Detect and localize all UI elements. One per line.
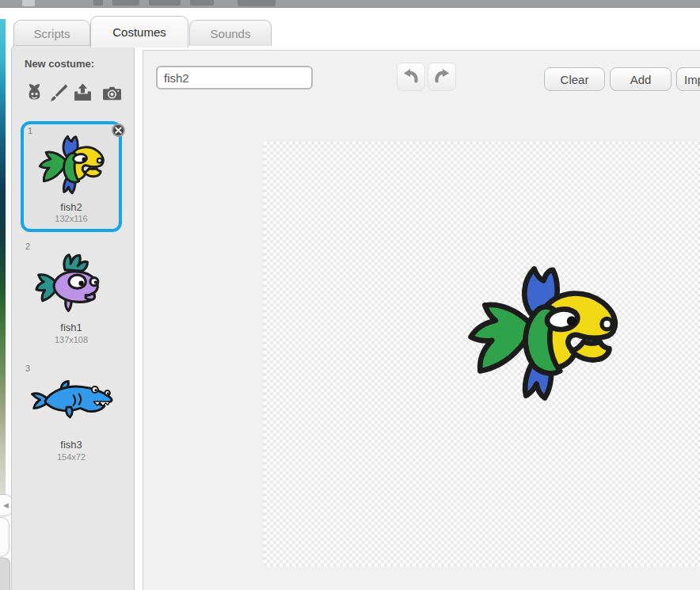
- tab-scripts[interactable]: Scripts: [13, 20, 90, 46]
- library-sprite-icon: [25, 83, 44, 103]
- tab-sounds[interactable]: Sounds: [189, 20, 272, 46]
- costume-thumbnail-fish3: [29, 379, 116, 421]
- toolbar-icon-fragment: [93, 0, 103, 6]
- close-icon: [115, 127, 122, 134]
- add-button[interactable]: Add: [610, 67, 671, 91]
- costume-name-input[interactable]: [156, 66, 313, 89]
- paintbrush-icon: [49, 83, 69, 103]
- costume-name: fish1: [21, 322, 122, 333]
- toolbar-icon-fragment: [190, 0, 214, 6]
- delete-costume-button[interactable]: [112, 124, 125, 137]
- canvas-costume-image-fish2[interactable]: [465, 265, 620, 402]
- costume-name: fish3: [21, 439, 122, 451]
- new-costume-heading: New costume:: [25, 58, 94, 70]
- costume-size: 137x108: [21, 335, 122, 344]
- costume-thumbnail-fish1: [32, 253, 109, 314]
- import-button-label: Imp: [684, 73, 700, 86]
- costume-item-fish2[interactable]: 1 fish2 132x116: [21, 121, 122, 232]
- camera-icon: [102, 83, 122, 103]
- costume-thumbnail-fish2: [37, 135, 105, 195]
- undo-arrow-icon: [402, 68, 420, 86]
- tab-sounds-label: Sounds: [211, 27, 251, 40]
- clear-button[interactable]: Clear: [544, 67, 605, 91]
- partial-panel-corner: [0, 517, 10, 557]
- upload-icon: [73, 83, 93, 103]
- toolbar-icon-fragment: [22, 0, 35, 6]
- costume-index: 3: [25, 364, 30, 373]
- costume-from-library-button[interactable]: [25, 83, 44, 103]
- tab-costumes[interactable]: Costumes: [90, 16, 188, 48]
- clear-button-label: Clear: [561, 73, 589, 86]
- toolbar-icon-fragment: [149, 0, 181, 6]
- costume-size: 132x116: [21, 214, 122, 223]
- toolbar-icon-fragment: [238, 0, 276, 6]
- costume-size: 154x72: [21, 452, 122, 462]
- import-button[interactable]: Imp: [676, 67, 700, 91]
- toolbar-icon-fragment: [112, 0, 139, 6]
- costume-index: 1: [28, 126, 32, 135]
- tab-costumes-label: Costumes: [112, 25, 166, 39]
- paint-canvas[interactable]: [264, 142, 700, 566]
- costume-list-panel: New costume: 1: [11, 45, 135, 590]
- undo-button[interactable]: [397, 63, 425, 91]
- redo-button[interactable]: [428, 63, 456, 91]
- tab-scripts-label: Scripts: [34, 27, 70, 40]
- paint-editor-panel: Clear Add Imp: [143, 50, 700, 590]
- costume-name: fish2: [21, 201, 122, 213]
- camera-costume-button[interactable]: [102, 83, 122, 103]
- upload-costume-button[interactable]: [73, 83, 93, 103]
- add-button-label: Add: [630, 73, 652, 86]
- scratch-costumes-screen: { "colors": { "selection_blue": "#16a5e8…: [0, 0, 700, 590]
- stage-edge-sliver: [0, 19, 6, 494]
- toolbar-sliver: [0, 0, 700, 8]
- left-triangle-icon: ◀: [3, 501, 9, 509]
- costume-index: 2: [25, 242, 30, 251]
- partial-panel-corner: [0, 558, 10, 590]
- redo-arrow-icon: [433, 68, 451, 86]
- paint-new-costume-button[interactable]: [49, 83, 69, 103]
